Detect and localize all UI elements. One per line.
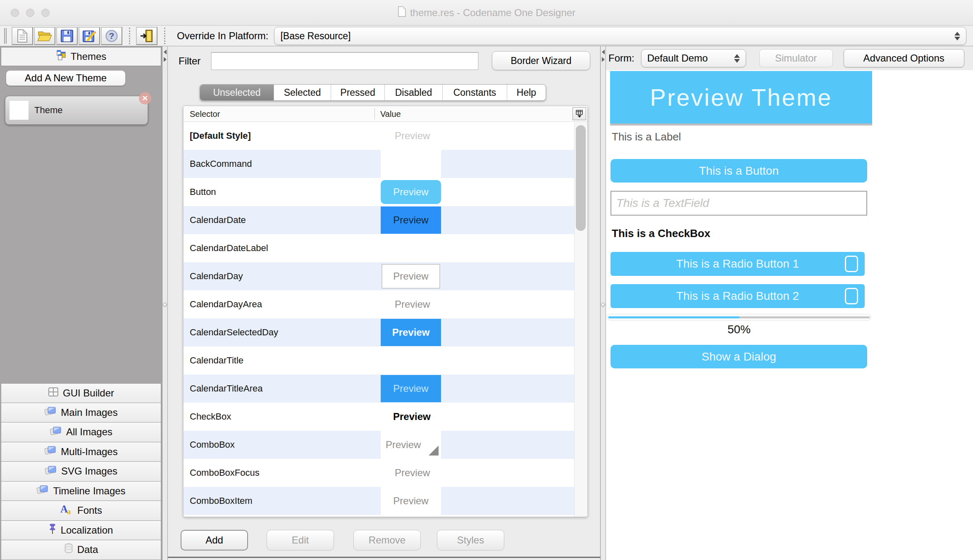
add-a-new-theme-button[interactable]: Add A New Theme bbox=[6, 70, 126, 86]
column-control-icon[interactable] bbox=[572, 107, 586, 120]
collapse-left-icon[interactable] bbox=[602, 50, 605, 55]
selector-name: CalendarDateLabel bbox=[190, 243, 268, 254]
sidebar-item-gui-builder[interactable]: GUI Builder bbox=[1, 383, 161, 403]
splitter-handle[interactable] bbox=[163, 303, 167, 307]
table-row[interactable]: CalendarSelectedDayPreview bbox=[184, 318, 587, 346]
show-a-dialog-button[interactable]: Show a Dialog bbox=[611, 345, 867, 368]
theme-list-item[interactable]: Theme ✕ bbox=[5, 96, 148, 125]
sidebar-item-all-images[interactable]: All Images bbox=[1, 422, 161, 442]
sidebar-item-label: All Images bbox=[66, 426, 112, 438]
save-button[interactable] bbox=[56, 27, 78, 45]
sidebar-item-localization[interactable]: Localization bbox=[1, 521, 161, 541]
radio-1-label: This is a Radio Button 1 bbox=[676, 257, 799, 271]
table-row[interactable]: ComboBoxPreview bbox=[184, 431, 587, 459]
preview-cell: Preview bbox=[381, 487, 441, 515]
tab-constants[interactable]: Constants bbox=[442, 85, 507, 100]
tab-pressed[interactable]: Pressed bbox=[331, 85, 384, 100]
preview-cell: Preview bbox=[381, 290, 441, 318]
preview-cell: Preview bbox=[381, 262, 441, 290]
border-wizard-button[interactable]: Border Wizard bbox=[492, 51, 590, 70]
sidebar-item-data[interactable]: Data bbox=[1, 540, 161, 560]
preview-button[interactable]: This is a Button bbox=[611, 159, 867, 183]
preview-cell bbox=[381, 234, 441, 262]
table-row[interactable]: ComboBoxItemPreview bbox=[184, 487, 587, 515]
table-row[interactable]: CalendarTitleAreaPreview bbox=[184, 375, 587, 403]
new-file-button[interactable] bbox=[12, 27, 33, 45]
preview-radio-button-1[interactable]: This is a Radio Button 1 bbox=[611, 252, 865, 276]
remove-button[interactable]: Remove bbox=[353, 530, 421, 551]
themes-icon bbox=[56, 50, 67, 63]
close-theme-icon[interactable]: ✕ bbox=[139, 92, 151, 104]
toolbar-grip[interactable] bbox=[4, 28, 7, 44]
table-row[interactable]: CalendarDatePreview bbox=[184, 206, 587, 234]
table-row[interactable]: CalendarDateLabel bbox=[184, 234, 587, 262]
tab-disabled[interactable]: Disabled bbox=[384, 85, 442, 100]
table-row[interactable]: CalendarTitle bbox=[184, 346, 587, 375]
svg-text:?: ? bbox=[109, 31, 114, 40]
themes-section-header[interactable]: Themes bbox=[1, 47, 161, 66]
toolbar: ? Override In Platform: [Base Resource] bbox=[0, 26, 973, 46]
preview-label: This is a Label bbox=[612, 131, 681, 143]
progress-percent-label: 50% bbox=[606, 323, 872, 336]
filter-label: Filter bbox=[179, 55, 200, 67]
tab-unselected[interactable]: Unselected bbox=[200, 85, 274, 100]
sidebar-item-multi-images[interactable]: Multi-Images bbox=[1, 442, 161, 462]
edit-button[interactable]: Edit bbox=[267, 530, 334, 551]
preview-progress-bar bbox=[607, 314, 871, 320]
selector-name: CalendarDayArea bbox=[190, 299, 262, 310]
table-row[interactable]: CalendarDayAreaPreview bbox=[184, 290, 587, 318]
form-select[interactable]: Default Demo bbox=[641, 49, 746, 67]
styles-button[interactable]: Styles bbox=[437, 530, 504, 551]
add-button[interactable]: Add bbox=[181, 530, 248, 551]
preview-panel: Form: Default Demo Simulator Advanced Op… bbox=[606, 46, 973, 560]
left-splitter[interactable] bbox=[162, 46, 168, 560]
selector-column-header: Selector bbox=[190, 109, 220, 119]
table-row[interactable]: CheckBoxPreview bbox=[184, 403, 587, 431]
selector-name: ComboBoxItem bbox=[190, 496, 253, 506]
help-button[interactable]: ? bbox=[101, 27, 122, 45]
tab-help[interactable]: Help bbox=[507, 85, 546, 100]
table-row[interactable]: ButtonPreview bbox=[184, 178, 587, 206]
images-icon bbox=[44, 406, 57, 419]
sidebar-item-fonts[interactable]: AaFonts bbox=[1, 501, 161, 521]
title-bar: theme.res - Codename One Designer bbox=[0, 0, 973, 26]
override-platform-select[interactable]: [Base Resource] bbox=[274, 27, 966, 45]
fonts-icon: Aa bbox=[60, 503, 73, 517]
themes-header-label: Themes bbox=[71, 51, 107, 62]
exit-button[interactable] bbox=[136, 27, 157, 45]
panel-bottom-edge bbox=[168, 557, 600, 558]
theme-thumbnail bbox=[10, 101, 29, 120]
simulator-button[interactable]: Simulator bbox=[759, 49, 833, 67]
preview-textfield[interactable] bbox=[611, 191, 867, 216]
collapse-right-icon[interactable] bbox=[602, 57, 605, 62]
preview-cell: Preview bbox=[381, 206, 441, 234]
preview-checkbox[interactable]: This is a CheckBox bbox=[612, 227, 710, 240]
sidebar-item-main-images[interactable]: Main Images bbox=[1, 403, 161, 423]
sidebar-item-label: Multi-Images bbox=[61, 446, 117, 458]
toolbar-separator bbox=[164, 28, 165, 44]
sidebar-item-timeline-images[interactable]: Timeline Images bbox=[1, 482, 161, 501]
column-divider[interactable] bbox=[374, 108, 375, 119]
table-scrollbar[interactable] bbox=[574, 122, 587, 517]
preview-cell bbox=[381, 346, 441, 375]
selector-name: Button bbox=[190, 187, 216, 197]
preview-radio-button-2[interactable]: This is a Radio Button 2 bbox=[611, 284, 865, 308]
table-row[interactable]: [Default Style]Preview bbox=[184, 122, 587, 150]
save-as-button[interactable] bbox=[79, 27, 100, 45]
collapse-right-icon[interactable] bbox=[164, 57, 167, 62]
preview-cell: Preview bbox=[381, 178, 441, 206]
table-row[interactable]: BackCommand bbox=[184, 150, 587, 178]
tab-selected[interactable]: Selected bbox=[274, 85, 331, 100]
collapse-left-icon[interactable] bbox=[164, 50, 167, 55]
filter-input[interactable] bbox=[211, 52, 479, 70]
selector-name: CalendarTitle bbox=[190, 355, 243, 366]
right-splitter[interactable] bbox=[600, 46, 606, 560]
preview-cell: Preview bbox=[381, 403, 441, 431]
table-row[interactable]: CalendarDayPreview bbox=[184, 262, 587, 290]
table-row[interactable]: ComboBoxFocusPreview bbox=[184, 459, 587, 487]
advanced-options-button[interactable]: Advanced Options bbox=[844, 49, 964, 67]
open-file-button[interactable] bbox=[34, 27, 55, 45]
sidebar-item-svg-images[interactable]: SVG Images bbox=[1, 462, 161, 482]
scrollbar-thumb[interactable] bbox=[576, 125, 586, 231]
splitter-handle[interactable] bbox=[601, 303, 605, 307]
